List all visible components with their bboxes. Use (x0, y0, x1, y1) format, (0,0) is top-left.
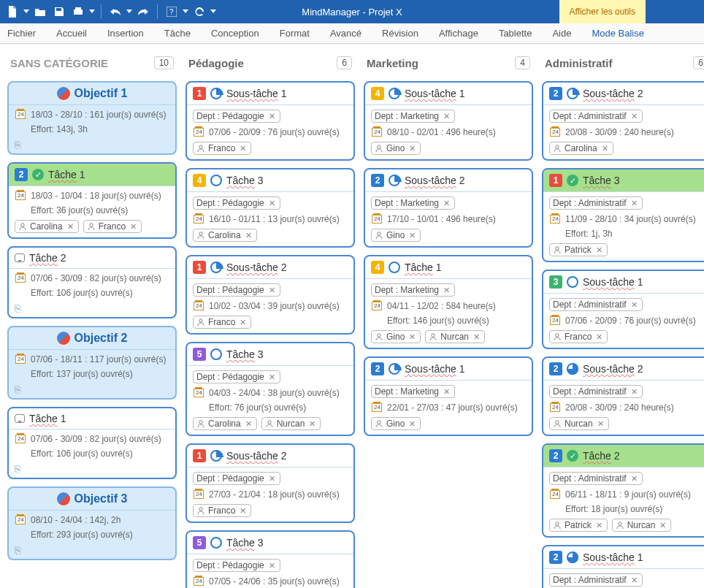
menu-item-conception[interactable]: Conception (211, 28, 259, 39)
subtask-icon[interactable]: ⎘ (9, 139, 175, 153)
person-tag[interactable]: Gino✕ (371, 229, 421, 242)
dept-tag[interactable]: Dept : Pédagogie✕ (193, 196, 280, 210)
person-tag[interactable]: Gino✕ (371, 142, 421, 155)
task-card[interactable]: 1✓Tâche 3Dept : Administratif✕2411/09 - … (542, 168, 704, 262)
task-card[interactable]: 2Sous-tâche 2Dept : Administratif✕2420/0… (542, 356, 704, 436)
remove-person-icon[interactable]: ✕ (245, 419, 252, 429)
menu-item-tablette[interactable]: Tablette (499, 28, 532, 39)
dept-tag[interactable]: Dept : Marketing✕ (371, 385, 455, 398)
menu-item-format[interactable]: Format (280, 28, 310, 39)
dropdown-icon[interactable] (89, 9, 95, 14)
person-tag[interactable]: Carolina✕ (193, 417, 257, 430)
task-card[interactable]: 2Sous-tâche 1Dept : Administratif✕2430/1… (542, 545, 704, 588)
remove-person-icon[interactable]: ✕ (596, 332, 602, 342)
dropdown-icon[interactable] (126, 9, 132, 14)
task-card[interactable]: Tâche 12407/06 - 30/09 : 82 jour(s) ouvr… (7, 407, 177, 479)
remove-person-icon[interactable]: ✕ (245, 231, 252, 240)
remove-person-icon[interactable]: ✕ (602, 144, 608, 153)
remove-person-icon[interactable]: ✕ (409, 419, 416, 429)
remove-tag-icon[interactable]: ✕ (269, 199, 275, 208)
task-card[interactable]: 2✓Tâche 12418/03 - 10/04 : 18 jour(s) ou… (7, 162, 177, 239)
dept-tag[interactable]: Dept : Administratif✕ (549, 196, 643, 210)
new-doc-button[interactable] (4, 4, 20, 20)
menu-item-mode-balise[interactable]: Mode Balise (592, 28, 644, 39)
task-card[interactable]: 2Sous-tâche 2Dept : Administratif✕2420/0… (542, 81, 704, 161)
task-card[interactable]: Tâche 22407/06 - 30/09 : 82 jour(s) ouvr… (7, 246, 177, 318)
task-card[interactable]: 4Tâche 3Dept : Pédagogie✕2416/10 - 01/11… (185, 168, 355, 248)
undo-button[interactable] (107, 4, 123, 20)
person-tag[interactable]: Franco✕ (83, 220, 142, 233)
dept-tag[interactable]: Dept : Administratif✕ (549, 110, 643, 123)
remove-person-icon[interactable]: ✕ (473, 332, 480, 342)
redo-button[interactable] (135, 4, 151, 20)
remove-tag-icon[interactable]: ✕ (269, 373, 275, 382)
show-tools-button[interactable]: Afficher les outils (559, 0, 646, 23)
remove-tag-icon[interactable]: ✕ (443, 112, 450, 121)
remove-person-icon[interactable]: ✕ (409, 144, 416, 153)
dept-tag[interactable]: Dept : Pédagogie✕ (193, 110, 280, 123)
task-card[interactable]: 4Tâche 1Dept : Marketing✕2404/11 - 12/02… (364, 255, 533, 349)
dept-tag[interactable]: Dept : Marketing✕ (371, 283, 455, 297)
remove-person-icon[interactable]: ✕ (130, 222, 137, 232)
subtask-icon[interactable]: ⎘ (9, 302, 175, 317)
person-tag[interactable]: Nurcan✕ (612, 519, 672, 532)
subtask-icon[interactable]: ⎘ (9, 463, 175, 478)
remove-person-icon[interactable]: ✕ (659, 521, 666, 530)
menu-item-fichier[interactable]: Fichier (7, 28, 36, 39)
remove-person-icon[interactable]: ✕ (596, 245, 602, 255)
help-button[interactable]: ? (164, 4, 180, 20)
remove-person-icon[interactable]: ✕ (240, 506, 246, 516)
task-card[interactable]: 4Sous-tâche 1Dept : Marketing✕2408/10 - … (364, 81, 533, 161)
remove-tag-icon[interactable]: ✕ (269, 474, 275, 484)
open-button[interactable] (32, 4, 48, 20)
remove-tag-icon[interactable]: ✕ (631, 474, 638, 484)
menu-item-tâche[interactable]: Tâche (164, 28, 191, 39)
remove-tag-icon[interactable]: ✕ (443, 387, 450, 397)
dept-tag[interactable]: Dept : Pédagogie✕ (193, 283, 280, 297)
dept-tag[interactable]: Dept : Administratif✕ (549, 385, 643, 398)
dropdown-icon[interactable] (23, 9, 29, 14)
objective-card[interactable]: Objectif 32408/10 - 24/04 : 142j, 2hEffo… (7, 486, 177, 560)
save-button[interactable] (51, 4, 67, 20)
task-card[interactable]: 1Sous-tâche 2Dept : Pédagogie✕2427/03 - … (185, 443, 355, 523)
task-card[interactable]: 1Sous-tâche 2Dept : Pédagogie✕2410/02 - … (185, 255, 355, 335)
person-tag[interactable]: Carolina✕ (15, 220, 79, 233)
dept-tag[interactable]: Dept : Pédagogie✕ (193, 472, 280, 485)
remove-tag-icon[interactable]: ✕ (269, 286, 275, 295)
dropdown-icon[interactable] (210, 9, 216, 14)
person-tag[interactable]: Carolina✕ (549, 142, 613, 155)
remove-person-icon[interactable]: ✕ (409, 231, 416, 240)
remove-person-icon[interactable]: ✕ (67, 222, 74, 232)
task-card[interactable]: 2✓Tâche 2Dept : Administratif✕2406/11 - … (542, 443, 704, 538)
person-tag[interactable]: Nurcan✕ (549, 417, 609, 430)
task-card[interactable]: 5Tâche 3Dept : Pédagogie✕2407/05 - 24/06… (185, 530, 355, 588)
objective-card[interactable]: Objectif 12418/03 - 28/10 : 161 jour(s) … (7, 81, 177, 155)
dept-tag[interactable]: Dept : Marketing✕ (371, 196, 455, 210)
menu-item-insertion[interactable]: Insertion (107, 28, 144, 39)
dept-tag[interactable]: Dept : Pédagogie✕ (193, 370, 280, 383)
dropdown-icon[interactable] (183, 9, 188, 14)
person-tag[interactable]: Franco✕ (193, 142, 251, 155)
remove-tag-icon[interactable]: ✕ (631, 112, 638, 121)
task-card[interactable]: 1Sous-tâche 1Dept : Pédagogie✕2407/06 - … (185, 81, 355, 161)
remove-tag-icon[interactable]: ✕ (443, 199, 450, 208)
task-card[interactable]: 2Sous-tâche 2Dept : Marketing✕2417/10 - … (364, 168, 533, 248)
print-button[interactable] (70, 4, 86, 20)
remove-person-icon[interactable]: ✕ (309, 419, 315, 429)
menu-item-aide[interactable]: Aide (552, 28, 571, 39)
menu-item-révision[interactable]: Révision (382, 28, 418, 39)
person-tag[interactable]: Gino✕ (371, 417, 421, 430)
person-tag[interactable]: Gino✕ (371, 330, 421, 343)
person-tag[interactable]: Patrick✕ (549, 243, 608, 256)
person-tag[interactable]: Franco✕ (193, 316, 251, 329)
remove-person-icon[interactable]: ✕ (596, 521, 602, 530)
remove-tag-icon[interactable]: ✕ (269, 561, 275, 570)
remove-person-icon[interactable]: ✕ (597, 419, 604, 429)
dept-tag[interactable]: Dept : Administratif✕ (549, 573, 643, 587)
remove-tag-icon[interactable]: ✕ (631, 300, 638, 310)
dept-tag[interactable]: Dept : Administratif✕ (549, 298, 643, 311)
objective-card[interactable]: Objectif 22407/06 - 18/11 : 117 jour(s) … (7, 326, 177, 400)
remove-tag-icon[interactable]: ✕ (631, 576, 638, 585)
sync-button[interactable] (191, 4, 207, 20)
menu-item-accueil[interactable]: Accueil (56, 28, 87, 39)
